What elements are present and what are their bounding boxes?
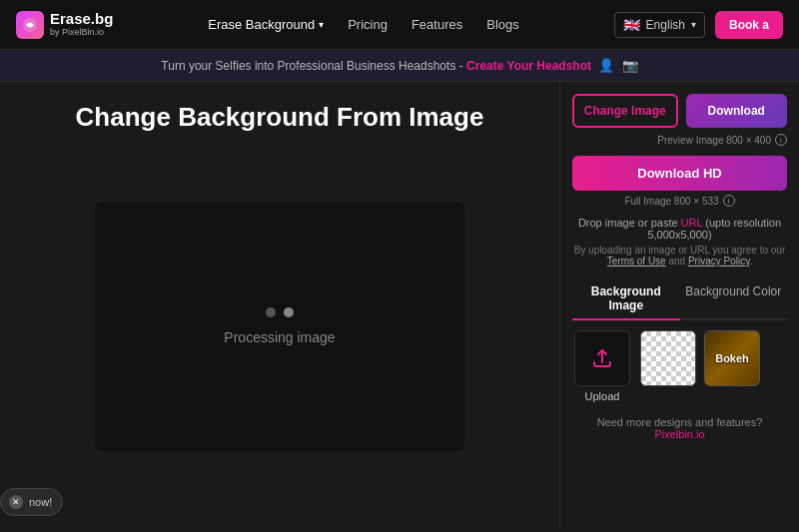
bokeh-bg-option[interactable]: Bokeh — [704, 330, 760, 386]
chevron-down-icon: ▾ — [319, 19, 324, 30]
panel-footer: Need more designs and features? Pixelbin… — [572, 416, 787, 440]
info-icon: i — [775, 134, 787, 146]
navbar: Erase.bg by PixelBin.io Erase Background… — [0, 0, 799, 50]
toast-notification: ✕ now! — [0, 488, 63, 516]
nav-right: 🇬🇧 English ▾ Book a — [614, 11, 783, 39]
action-buttons: Change Image Download — [572, 94, 787, 128]
background-tabs: Background Image Background Color — [572, 278, 787, 320]
change-image-button[interactable]: Change Image — [572, 94, 678, 128]
logo-text: Erase.bg by PixelBin.io — [50, 11, 113, 37]
pixelbin-link[interactable]: Pixelbin.io — [654, 428, 704, 440]
download-button[interactable]: Download — [686, 94, 788, 128]
background-options: Upload Bokeh — [572, 330, 787, 402]
right-panel: Change Image Download Preview Image 800 … — [559, 82, 799, 530]
promo-banner: Turn your Selfies into Professional Busi… — [0, 50, 799, 82]
drop-area-text: Drop image or paste URL (upto resolution… — [572, 217, 787, 241]
transparent-bg-option[interactable] — [640, 330, 696, 386]
tab-background-color[interactable]: Background Color — [680, 278, 788, 318]
nav-features[interactable]: Features — [411, 17, 462, 32]
info-icon-2: i — [723, 195, 735, 207]
create-headshot-link[interactable]: Create Your Headshot — [466, 59, 591, 73]
preview-info: Preview Image 800 × 400 i — [572, 134, 787, 146]
image-area: Processing image — [95, 202, 464, 451]
download-hd-button[interactable]: Download HD — [572, 156, 787, 191]
terms-text: By uploading an image or URL you agree t… — [572, 245, 787, 266]
nav-pricing[interactable]: Pricing — [348, 17, 388, 32]
dot-1 — [266, 307, 276, 317]
processing-dots — [266, 307, 294, 317]
url-link[interactable]: URL — [681, 217, 703, 229]
dot-2 — [284, 307, 294, 317]
book-button[interactable]: Book a — [715, 11, 783, 39]
terms-link[interactable]: Terms of Use — [607, 256, 666, 266]
upload-icon — [574, 330, 630, 386]
page-title: Change Background From Image — [0, 102, 559, 133]
logo[interactable]: Erase.bg by PixelBin.io — [16, 11, 113, 39]
main-content: Change Background From Image Processing … — [0, 82, 799, 530]
upload-option[interactable]: Upload — [572, 330, 632, 402]
nav-erase-background[interactable]: Erase Background ▾ — [208, 17, 324, 32]
tab-background-image[interactable]: Background Image — [572, 278, 680, 318]
full-image-info: Full Image 799 × 532 i — [572, 195, 787, 207]
processing-text: Processing image — [224, 329, 335, 345]
toast-close-button[interactable]: ✕ — [9, 495, 23, 509]
camera-icon: 📷 — [622, 58, 638, 73]
person-icon: 👤 — [598, 58, 614, 73]
flag-icon: 🇬🇧 — [623, 17, 640, 33]
nav-blogs[interactable]: Blogs — [486, 17, 519, 32]
left-panel: Change Background From Image Processing … — [0, 82, 559, 530]
logo-icon — [16, 11, 44, 39]
language-selector[interactable]: 🇬🇧 English ▾ — [614, 12, 705, 38]
privacy-link[interactable]: Privacy Policy — [688, 256, 750, 266]
nav-links: Erase Background ▾ Pricing Features Blog… — [208, 17, 519, 32]
chevron-down-icon: ▾ — [691, 19, 696, 30]
